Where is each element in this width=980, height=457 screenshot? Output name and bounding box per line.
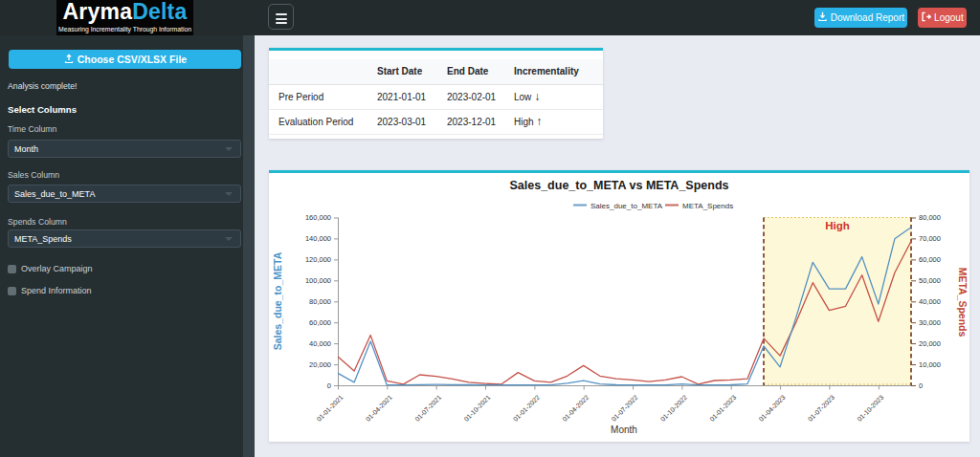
- svg-text:20,000: 20,000: [919, 339, 941, 348]
- svg-text:10,000: 10,000: [919, 360, 941, 369]
- svg-text:01-10-2022: 01-10-2022: [659, 394, 688, 423]
- svg-text:80,000: 80,000: [309, 297, 331, 306]
- svg-text:40,000: 40,000: [309, 339, 331, 348]
- svg-text:High: High: [825, 220, 850, 231]
- svg-text:01-07-2021: 01-07-2021: [413, 394, 442, 423]
- svg-text:Month: Month: [611, 424, 637, 435]
- svg-text:01-07-2023: 01-07-2023: [807, 394, 835, 423]
- svg-text:140,000: 140,000: [305, 234, 331, 243]
- svg-text:40,000: 40,000: [919, 297, 941, 306]
- svg-text:100,000: 100,000: [305, 276, 331, 285]
- svg-text:META_Spends: META_Spends: [957, 268, 969, 337]
- svg-text:01-04-2021: 01-04-2021: [365, 394, 393, 423]
- svg-text:30,000: 30,000: [919, 318, 941, 327]
- svg-text:01-04-2023: 01-04-2023: [758, 394, 787, 423]
- svg-text:70,000: 70,000: [919, 234, 941, 243]
- svg-text:01-01-2021: 01-01-2021: [315, 394, 344, 423]
- svg-text:01-01-2022: 01-01-2022: [512, 394, 541, 423]
- svg-text:01-07-2022: 01-07-2022: [611, 394, 639, 423]
- svg-text:Sales_due_to_META: Sales_due_to_META: [272, 251, 283, 350]
- svg-text:0: 0: [327, 381, 331, 390]
- svg-text:01-04-2022: 01-04-2022: [561, 394, 590, 423]
- svg-text:80,000: 80,000: [919, 213, 941, 222]
- svg-text:0: 0: [919, 381, 923, 390]
- svg-text:01-10-2021: 01-10-2021: [462, 394, 491, 423]
- svg-text:01-01-2023: 01-01-2023: [708, 394, 737, 423]
- svg-text:120,000: 120,000: [305, 255, 331, 264]
- svg-text:160,000: 160,000: [305, 213, 331, 222]
- svg-text:Sales_due_to_META: Sales_due_to_META: [590, 202, 663, 210]
- svg-text:60,000: 60,000: [919, 255, 941, 264]
- svg-text:20,000: 20,000: [309, 360, 331, 369]
- svg-text:60,000: 60,000: [309, 318, 331, 327]
- svg-text:Sales_due_to_META vs META_Spen: Sales_due_to_META vs META_Spends: [510, 179, 729, 192]
- svg-text:50,000: 50,000: [919, 276, 941, 285]
- svg-text:01-10-2023: 01-10-2023: [856, 394, 884, 423]
- svg-text:META_Spends: META_Spends: [682, 202, 733, 210]
